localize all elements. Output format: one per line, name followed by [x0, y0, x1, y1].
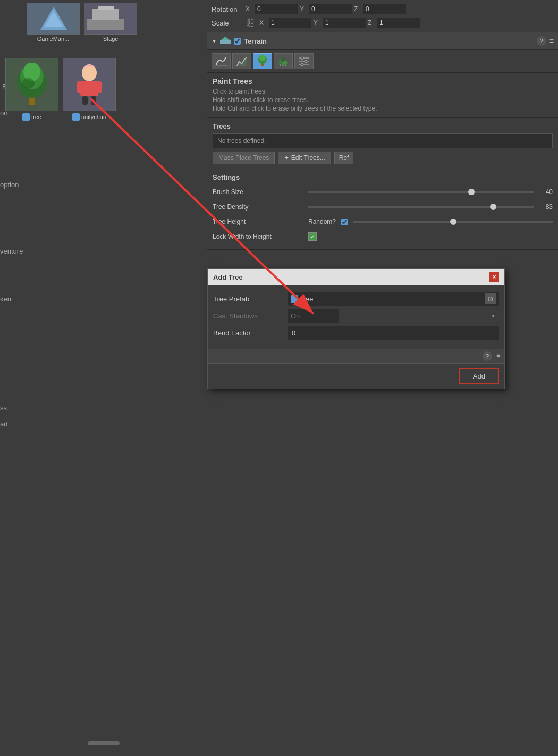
svg-rect-14 [82, 96, 88, 105]
svg-point-22 [282, 57, 285, 62]
asset-gameman-label: GameMan... [37, 36, 70, 42]
brush-size-slider-container: 40 [308, 188, 553, 196]
svg-point-23 [284, 61, 288, 65]
asset-gameman[interactable]: GameMan... [27, 3, 80, 42]
svg-point-21 [279, 60, 282, 64]
scale-y-input[interactable] [323, 18, 366, 28]
terrain-enabled-checkbox[interactable] [234, 38, 241, 45]
tree-prefab-value: tree [301, 295, 482, 303]
asset-item-unitychan[interactable]: unitychan [63, 58, 116, 121]
tree-height-slider[interactable] [353, 221, 553, 223]
tree-density-label: Tree Density [213, 203, 308, 211]
scale-row: Scale ⛓ X Y Z [212, 16, 554, 30]
tree-prefab-icon [291, 295, 298, 303]
raise-lower-btn[interactable] [212, 53, 231, 69]
svg-marker-17 [221, 37, 230, 40]
tree-density-value: 83 [537, 203, 553, 211]
dialog-title: Add Tree [213, 273, 243, 281]
rotation-x-input[interactable] [255, 4, 298, 14]
terrain-section: ▼ Terrain ? ≡ [207, 32, 558, 250]
scale-x-input[interactable] [269, 18, 311, 28]
asset-grid: tree unitychan [0, 53, 207, 126]
add-btn[interactable]: Add [459, 368, 499, 384]
svg-rect-12 [77, 81, 82, 93]
side-label-venture: venture [0, 247, 23, 255]
tree-height-controls: Random? [308, 218, 553, 225]
scale-z-axis: Z [368, 19, 375, 27]
svg-point-27 [301, 57, 304, 60]
scale-z-input[interactable] [377, 18, 420, 28]
paint-trees-section: Paint Trees Click to paint trees. Hold s… [207, 73, 558, 118]
random-label: Random? [308, 218, 336, 225]
dialog-help-btn[interactable]: ? [483, 351, 492, 361]
dialog-body: Tree Prefab tree ⊙ Cast Shadows On Off T… [208, 285, 504, 349]
brush-size-label: Brush Size [213, 188, 308, 196]
dialog-more-btn[interactable]: ≡ [496, 351, 500, 361]
rotation-y-input[interactable] [309, 4, 352, 14]
paint-trees-desc2: Hold shift and click to erase trees. [213, 96, 553, 104]
terrain-collapse-arrow[interactable]: ▼ [212, 38, 217, 44]
lock-width-row: Lock Width to Height ✓ [213, 230, 553, 243]
asset-stage[interactable]: Stage [84, 3, 137, 42]
svg-point-9 [22, 78, 35, 89]
tree-height-row: Tree Height Random? [213, 215, 553, 228]
rotation-z-input[interactable] [363, 4, 406, 14]
cast-shadows-select[interactable]: On Off Two Sided Shadows Only [288, 309, 339, 323]
dialog-footer: Add [208, 363, 504, 389]
asset-item-tree[interactable]: tree [5, 58, 58, 121]
tree-density-slider[interactable] [308, 206, 534, 208]
rotation-row: Rotation X Y Z [212, 2, 554, 16]
svg-rect-3 [92, 9, 119, 20]
dialog-section-header: ? ≡ [208, 349, 504, 363]
svg-point-28 [305, 60, 307, 63]
dialog-close-btn[interactable]: × [489, 272, 499, 282]
bend-factor-label: Bend Factor [213, 329, 288, 337]
terrain-settings-btn[interactable] [294, 53, 314, 69]
svg-rect-16 [220, 40, 231, 44]
rotation-x-axis: X [246, 5, 253, 13]
lock-width-checkbox[interactable]: ✓ [308, 232, 317, 241]
paint-trees-desc3: Hold Ctrl and click to erase only trees … [213, 105, 553, 112]
scale-label: Scale [212, 19, 243, 27]
tree-density-row: Tree Density 83 [213, 200, 553, 213]
bottom-scrollbar[interactable] [88, 741, 120, 745]
side-label-ad: ad [0, 420, 7, 428]
add-tree-dialog: Add Tree × Tree Prefab tree ⊙ Cast Shado… [207, 268, 505, 389]
dialog-titlebar: Add Tree × [208, 269, 504, 285]
paint-trees-desc1: Click to paint trees. [213, 88, 553, 95]
tree-prefab-row: Tree Prefab tree ⊙ [213, 291, 499, 306]
terrain-title: Terrain [244, 37, 534, 45]
svg-rect-15 [91, 96, 96, 105]
brush-size-row: Brush Size 40 [213, 186, 553, 198]
side-label-ken: ken [0, 295, 11, 303]
tree-prefab-picker-btn[interactable]: ⊙ [485, 293, 496, 304]
trees-title: Trees [213, 122, 553, 130]
mass-place-trees-btn: Mass Place Trees [213, 152, 275, 164]
scale-y-axis: Y [314, 19, 321, 27]
terrain-help-btn[interactable]: ? [537, 36, 546, 46]
terrain-header: ▼ Terrain ? ≡ [207, 32, 558, 50]
tree-height-label: Tree Height [213, 218, 308, 225]
tree-density-slider-container: 83 [308, 203, 553, 211]
svg-point-29 [301, 63, 303, 66]
paint-details-btn[interactable] [274, 53, 293, 69]
rotation-z-axis: Z [354, 5, 361, 13]
ref-btn[interactable]: Ref [334, 152, 354, 164]
side-label-ss: ss [0, 404, 7, 412]
settings-section: Settings Brush Size 40 Tree Density 83 [207, 169, 558, 249]
edit-trees-btn[interactable]: ✦ Edit Trees... [278, 152, 331, 164]
svg-rect-11 [80, 81, 98, 96]
svg-rect-4 [98, 6, 114, 10]
transform-section: Rotation X Y Z Scale ⛓ X Y Z [207, 0, 558, 32]
terrain-more-btn[interactable]: ≡ [549, 37, 554, 45]
random-checkbox[interactable] [341, 219, 348, 225]
paint-trees-btn[interactable] [253, 53, 272, 69]
brush-size-slider[interactable] [308, 191, 534, 193]
side-label-option: option [0, 181, 19, 189]
bend-factor-input[interactable] [288, 326, 499, 340]
paint-height-btn[interactable] [232, 53, 251, 69]
paint-trees-title: Paint Trees [213, 77, 553, 86]
top-asset-row: GameMan... Stage [0, 0, 207, 47]
tree-asset-icon [22, 113, 30, 121]
cast-shadows-select-wrapper: On Off Two Sided Shadows Only [288, 309, 499, 323]
